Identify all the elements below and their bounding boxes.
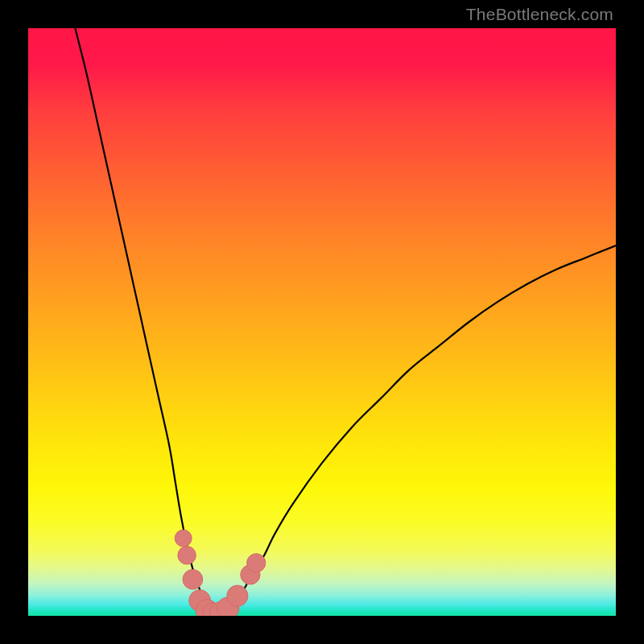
curve-left-branch — [75, 28, 216, 616]
chart-frame: TheBottleneck.com — [0, 0, 644, 644]
highlight-marker — [175, 530, 192, 547]
highlight-marker — [247, 554, 266, 572]
watermark-text: TheBottleneck.com — [466, 5, 613, 24]
curve-right-branch — [217, 246, 616, 616]
curve-layer — [28, 28, 616, 616]
highlight-markers — [175, 530, 266, 616]
highlight-marker — [183, 569, 203, 589]
highlight-marker — [227, 585, 248, 606]
plot-area — [28, 28, 616, 616]
highlight-marker — [178, 547, 196, 565]
